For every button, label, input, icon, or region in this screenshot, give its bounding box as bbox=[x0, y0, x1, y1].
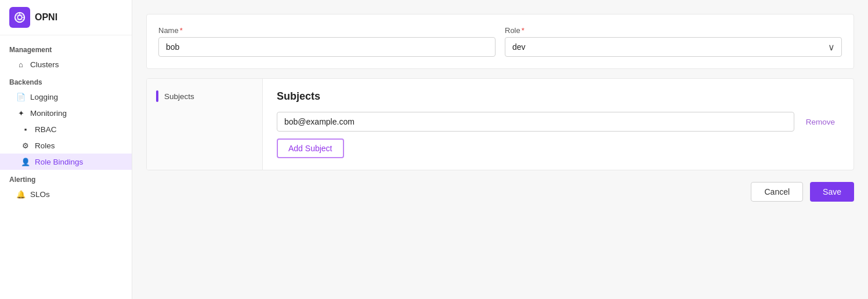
name-label: Name* bbox=[158, 26, 496, 35]
sidebar-item-label: Logging bbox=[30, 93, 58, 101]
role-label: Role* bbox=[505, 26, 842, 35]
svg-point-1 bbox=[17, 15, 21, 19]
role-select[interactable]: dev admin viewer bbox=[505, 37, 842, 57]
subjects-title: Subjects bbox=[277, 90, 840, 103]
subjects-content: Subjects Remove Add Subject bbox=[263, 79, 853, 170]
sidebar-item-label: RBAC bbox=[35, 125, 57, 134]
section-management: Management bbox=[0, 40, 132, 56]
subject-input[interactable] bbox=[277, 112, 794, 132]
name-role-card: Name* Role* dev admin viewer ∨ bbox=[146, 14, 854, 69]
add-subject-button[interactable]: Add Subject bbox=[277, 138, 344, 158]
subjects-sidebar-item[interactable]: Subjects bbox=[156, 88, 253, 104]
doc-icon: 📄 bbox=[16, 92, 26, 101]
sidebar-item-monitoring[interactable]: ✦ Monitoring bbox=[0, 105, 132, 121]
sidebar-nav: Management ⌂ Clusters Backends 📄 Logging… bbox=[0, 35, 132, 299]
person-icon: 👤 bbox=[21, 157, 30, 166]
sidebar-item-role-bindings[interactable]: 👤 Role Bindings bbox=[0, 154, 132, 170]
sidebar-item-roles[interactable]: ⚙ Roles bbox=[0, 137, 132, 154]
subjects-sidebar: Subjects bbox=[147, 79, 263, 170]
sidebar-item-label: Monitoring bbox=[30, 109, 67, 118]
house-icon: ⌂ bbox=[16, 60, 26, 69]
bell-icon: 🔔 bbox=[16, 189, 26, 199]
folder-icon: ▪ bbox=[21, 125, 30, 134]
actions-row: Cancel Save bbox=[146, 180, 854, 202]
section-alerting: Alerting bbox=[0, 170, 132, 186]
top-row: Name* Role* dev admin viewer ∨ bbox=[158, 26, 842, 57]
sidebar-item-rbac[interactable]: ▪ RBAC bbox=[0, 121, 132, 137]
graph-icon: ✦ bbox=[16, 108, 26, 118]
subject-row: Remove bbox=[277, 112, 840, 132]
sidebar-item-logging[interactable]: 📄 Logging bbox=[0, 89, 132, 105]
subjects-sidebar-label: Subjects bbox=[164, 92, 194, 101]
sidebar-item-slos[interactable]: 🔔 SLOs bbox=[0, 186, 132, 202]
subjects-card: Subjects Subjects Remove Add Subject bbox=[146, 78, 854, 170]
role-field-group: Role* dev admin viewer ∨ bbox=[505, 26, 842, 57]
sidebar-item-clusters[interactable]: ⌂ Clusters bbox=[0, 56, 132, 72]
name-input[interactable] bbox=[158, 37, 496, 57]
app-logo: OPNI bbox=[0, 0, 132, 35]
sidebar: OPNI Management ⌂ Clusters Backends 📄 Lo… bbox=[0, 0, 132, 299]
sidebar-item-label: Clusters bbox=[30, 60, 59, 69]
save-button[interactable]: Save bbox=[810, 182, 854, 202]
gear-icon: ⚙ bbox=[21, 141, 30, 150]
remove-button[interactable]: Remove bbox=[801, 115, 840, 129]
active-indicator bbox=[156, 90, 158, 102]
main-content: Name* Role* dev admin viewer ∨ bbox=[132, 0, 868, 299]
section-backends: Backends bbox=[0, 72, 132, 89]
role-select-wrap: dev admin viewer ∨ bbox=[505, 37, 842, 57]
name-field-group: Name* bbox=[158, 26, 496, 57]
sidebar-item-label: Role Bindings bbox=[35, 158, 83, 166]
cancel-button[interactable]: Cancel bbox=[751, 182, 803, 202]
sidebar-item-label: SLOs bbox=[30, 190, 50, 199]
logo-icon bbox=[9, 7, 30, 28]
app-title: OPNI bbox=[35, 12, 57, 23]
sidebar-item-label: Roles bbox=[35, 141, 55, 150]
